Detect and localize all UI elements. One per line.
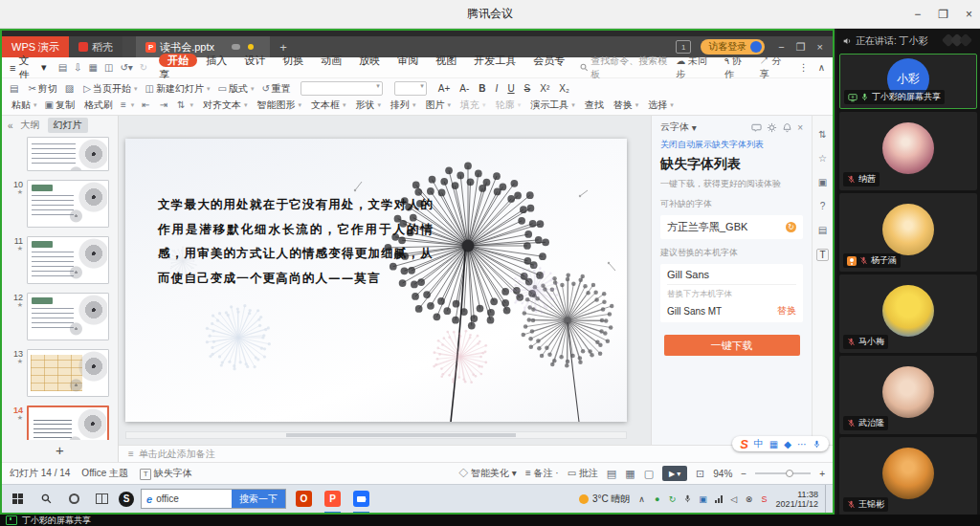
tray-network-icon[interactable] xyxy=(714,495,724,503)
ime-toolbox-icon[interactable]: ⋯ xyxy=(797,439,807,449)
tray-expand-icon[interactable]: ∧ xyxy=(637,494,647,504)
ime-toolbar[interactable]: S 中▦◆⋯ xyxy=(732,436,829,451)
participant-wuzhilong[interactable]: 武治隆 xyxy=(839,356,977,434)
save-icon[interactable]: ▤ xyxy=(58,62,67,73)
close-button[interactable]: × xyxy=(966,8,972,21)
wps-close-button[interactable]: × xyxy=(817,41,823,54)
decrease-indent-button[interactable]: ⇤ xyxy=(142,99,151,110)
zoom-slider[interactable] xyxy=(755,472,811,474)
missing-font-row[interactable]: 方正兰亭黑_GBK ↻ xyxy=(660,215,803,239)
select-button[interactable]: 选择 xyxy=(646,99,674,112)
textbox-button[interactable]: 文本框 xyxy=(309,99,346,112)
replace-button[interactable]: 替换 xyxy=(612,99,639,112)
disable-auto-show-link[interactable]: 关闭自动展示缺失字体列表 xyxy=(660,139,803,151)
menu-devtools[interactable]: 开发工具 xyxy=(465,54,524,67)
paste-button[interactable]: 粘贴 xyxy=(10,99,37,112)
slide-thumbnail-9[interactable] xyxy=(2,137,118,171)
meeting-app-button[interactable] xyxy=(350,485,372,514)
increase-font-button[interactable]: A+ xyxy=(436,83,451,94)
taskbar-search-box[interactable]: e office 搜索一下 xyxy=(141,489,286,509)
share-button[interactable]: ↗ 分享 xyxy=(760,55,790,81)
ime-keyboard-icon[interactable]: ▦ xyxy=(769,439,778,449)
weather-widget[interactable]: 3°C 晴朗 xyxy=(579,493,631,506)
notification-bell-icon[interactable] xyxy=(782,122,792,133)
fill-button[interactable]: 填充 xyxy=(458,99,486,112)
copy-button[interactable]: ▣ 复制 xyxy=(45,99,75,112)
tab-outline[interactable]: 大纲 xyxy=(21,119,40,132)
tray-sync-icon[interactable]: ↻ xyxy=(668,494,678,504)
fit-slide-icon[interactable]: ⊡ xyxy=(696,468,704,480)
office-app-button[interactable]: O xyxy=(293,485,315,514)
ime-chinese-mode[interactable]: 中 xyxy=(754,437,764,450)
presentation-tools-button[interactable]: 演示工具 xyxy=(528,99,575,112)
cut-button[interactable]: ✂ 剪切 xyxy=(28,82,56,96)
tray-sogou-icon[interactable]: S xyxy=(760,494,769,504)
undo-icon[interactable]: ↺▾ xyxy=(120,62,132,73)
show-desktop-button[interactable] xyxy=(825,485,831,514)
zoom-slider-knob[interactable] xyxy=(786,470,793,477)
underline-button[interactable]: U xyxy=(505,83,514,94)
format-painter-button[interactable]: 格式刷 xyxy=(82,99,113,112)
collapse-panel-button[interactable]: « xyxy=(8,121,13,131)
close-panel-icon[interactable]: × xyxy=(797,122,803,133)
superscript-button[interactable]: X² xyxy=(538,83,549,94)
comment-icon[interactable] xyxy=(751,122,762,133)
participant-wangjinbin[interactable]: 王锦彬 xyxy=(839,437,977,515)
tray-close-icon[interactable]: ⊗ xyxy=(745,494,754,504)
theme-name[interactable]: Office 主题 xyxy=(81,467,128,480)
ime-voice-icon[interactable] xyxy=(813,440,821,449)
shape-button[interactable]: 形状 xyxy=(354,99,382,112)
find-button[interactable]: 查找 xyxy=(583,99,604,112)
maximize-button[interactable]: ❐ xyxy=(938,8,948,21)
reading-view-icon[interactable]: ▢ xyxy=(644,468,654,480)
docer-tab[interactable]: 稻壳 xyxy=(69,36,122,57)
tray-status-green-icon[interactable]: ● xyxy=(653,494,662,504)
smartart-button[interactable]: 智能图形 xyxy=(256,99,302,112)
command-search[interactable]: 查找命令、搜索模板 xyxy=(580,55,675,81)
beautify-button[interactable]: ◇ 智能美化 ▾ xyxy=(458,467,517,480)
taskbar-clock[interactable]: 11:38 2021/11/12 xyxy=(776,490,818,509)
subscript-button[interactable]: X₂ xyxy=(557,83,569,94)
horizontal-scrollbar[interactable] xyxy=(125,431,627,439)
search-submit-button[interactable]: 搜索一下 xyxy=(232,490,285,508)
decrease-font-button[interactable]: A- xyxy=(457,83,469,94)
menu-slideshow[interactable]: 放映 xyxy=(350,54,389,67)
line-spacing-button[interactable]: ⇅ xyxy=(177,99,193,110)
task-pane-icon[interactable]: ▣ xyxy=(818,177,827,187)
slide-quote-text[interactable]: 文学最大的用处就在于它没有用处，文学对人的作用是潜移默化细水长流的，它作用于人的… xyxy=(158,192,434,291)
task-view-icon[interactable] xyxy=(91,488,112,511)
participant-dingxiaocai[interactable]: 小彩 丁小彩的屏幕共享 xyxy=(839,54,977,109)
tab-slides[interactable]: 幻灯片 xyxy=(48,118,88,133)
wps-restore-button[interactable]: ❐ xyxy=(796,41,806,54)
download-all-button[interactable]: 一键下载 xyxy=(664,335,800,356)
menu-animation[interactable]: 动画 xyxy=(312,54,350,67)
start-button[interactable] xyxy=(8,488,29,511)
menu-design[interactable]: 设计 xyxy=(235,54,274,67)
wps-minimize-button[interactable]: − xyxy=(778,41,784,54)
zoom-level[interactable]: 94% xyxy=(713,469,732,479)
strikethrough-button[interactable]: S xyxy=(523,83,531,94)
play-from-current-button[interactable]: ▷ 当页开始 xyxy=(83,82,137,96)
notes-toggle-button[interactable]: ≡ 备注 · xyxy=(525,467,559,480)
favorites-icon[interactable]: ☆ xyxy=(818,153,827,164)
arrange-button[interactable]: 排列 xyxy=(389,99,416,112)
adjust-panel-icon[interactable]: ⇅ xyxy=(818,129,826,140)
new-slide-button[interactable]: ◫ 新建幻灯片 xyxy=(145,82,211,96)
taskbar-search-icon[interactable] xyxy=(35,488,56,511)
minimize-button[interactable]: − xyxy=(914,8,921,21)
export-icon[interactable]: ⇩ xyxy=(74,62,81,73)
menu-review[interactable]: 审阅 xyxy=(389,54,427,67)
missing-font-button[interactable]: T 缺失字体 xyxy=(140,467,192,480)
more-menu-icon[interactable]: ⋮ xyxy=(799,62,809,73)
add-slide-button[interactable]: + xyxy=(2,440,118,462)
select-box[interactable] xyxy=(301,81,383,96)
tray-mic-icon[interactable] xyxy=(683,494,693,503)
font-family-select[interactable] xyxy=(299,81,385,96)
window-manager-icon[interactable]: 1 xyxy=(676,40,691,54)
print-icon[interactable]: ▦ xyxy=(88,62,97,73)
bullet-list-button[interactable]: ≡ xyxy=(121,99,134,110)
slide-thumbnail-12[interactable]: 12 ★ xyxy=(2,293,118,340)
sync-status[interactable]: ☁ 未同步 xyxy=(676,55,715,81)
select-box[interactable] xyxy=(394,81,427,96)
menu-transition[interactable]: 切换 xyxy=(274,54,312,67)
